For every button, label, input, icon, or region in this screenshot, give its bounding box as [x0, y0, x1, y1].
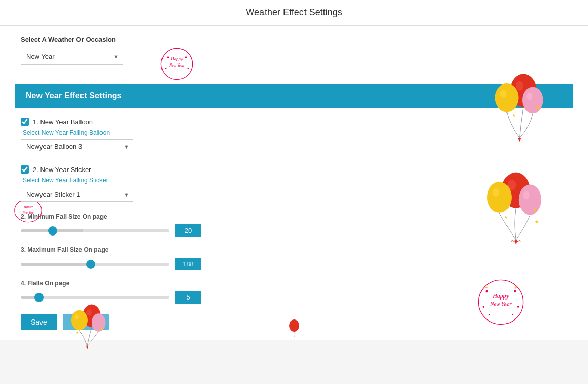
- min-fall-size-slider-row: 20: [21, 224, 567, 237]
- title-text: Weather Effect Settings: [246, 7, 342, 17]
- balloon-decoration-3: ★ ★: [67, 302, 108, 358]
- svg-text:★: ★: [512, 113, 516, 118]
- balloon-section: 1. New Year Balloon Select New Year Fall…: [15, 118, 573, 156]
- falls-section: 4. Flalls On page 5: [15, 280, 573, 304]
- svg-text:Happy: Happy: [23, 205, 33, 208]
- svg-marker-34: [86, 345, 88, 348]
- balloon-checkbox-row: 1. New Year Balloon: [21, 118, 567, 126]
- balloon-checkbox-label: 1. New Year Balloon: [33, 118, 93, 126]
- sticker-sub-label: Select New Year Falling Sticker: [23, 177, 567, 184]
- sticker-checkbox-label: 2. New Year Sticker: [33, 166, 91, 174]
- balloon-dropdown[interactable]: Newyear Balloon 1 Newyear Balloon 2 Newy…: [21, 139, 133, 154]
- weather-select-label: Select A Weather Or Occasion: [21, 36, 567, 44]
- max-fall-size-label: 3. Maximum Fall Size On page: [21, 246, 567, 253]
- svg-point-42: [483, 306, 485, 308]
- weather-select-section: Select A Weather Or Occasion New Year Ch…: [15, 36, 573, 75]
- svg-marker-25: [514, 240, 517, 243]
- weather-select[interactable]: New Year Christmas Halloween Rain Snow: [21, 49, 123, 65]
- max-fall-size-value: 188: [175, 258, 201, 270]
- balloon-dropdown-wrapper: Newyear Balloon 1 Newyear Balloon 2 Newy…: [21, 139, 133, 154]
- button-row: Save Preview: [15, 314, 573, 330]
- falls-label: 4. Flalls On page: [21, 280, 567, 287]
- preview-button[interactable]: Preview: [63, 314, 109, 330]
- page-title: Weather Effect Settings: [0, 0, 588, 26]
- falls-value: 5: [175, 291, 201, 304]
- svg-text:★: ★: [533, 206, 538, 212]
- max-fall-size-slider[interactable]: [21, 263, 169, 266]
- min-fall-size-slider[interactable]: [21, 229, 169, 232]
- falls-slider[interactable]: [21, 296, 169, 299]
- min-fall-size-label: 2. Minimum Fall Size On page: [21, 213, 567, 220]
- svg-point-43: [517, 306, 519, 308]
- svg-text:★: ★: [76, 331, 79, 335]
- weather-select-wrapper: New Year Christmas Halloween Rain Snow ▼: [21, 49, 123, 65]
- sticker-dropdown-wrapper: Newyear Sticker 1 Newyear Sticker 2 Newy…: [21, 187, 133, 202]
- save-button[interactable]: Save: [21, 314, 57, 330]
- sticker-checkbox-row: 2. New Year Sticker: [21, 165, 567, 174]
- sticker-checkbox[interactable]: [21, 165, 29, 174]
- main-content: Happy New Year Happy New Year: [0, 26, 588, 340]
- effect-settings-header: New Year Effect Settings: [15, 84, 573, 108]
- effect-settings-title: New Year Effect Settings: [26, 91, 121, 100]
- min-fall-size-section: 2. Minimum Fall Size On page 20: [15, 213, 573, 237]
- falls-slider-row: 5: [21, 291, 567, 304]
- balloon-checkbox[interactable]: [21, 118, 29, 126]
- sticker-section: 2. New Year Sticker Select New Year Fall…: [15, 165, 573, 204]
- max-fall-size-section: 3. Maximum Fall Size On page 188: [15, 246, 573, 270]
- max-fall-size-slider-row: 188: [21, 258, 567, 270]
- balloon-sub-label: Select New Year Falling Balloon: [23, 129, 567, 136]
- sticker-dropdown[interactable]: Newyear Sticker 1 Newyear Sticker 2 Newy…: [21, 187, 133, 202]
- min-fall-size-value: 20: [175, 224, 201, 237]
